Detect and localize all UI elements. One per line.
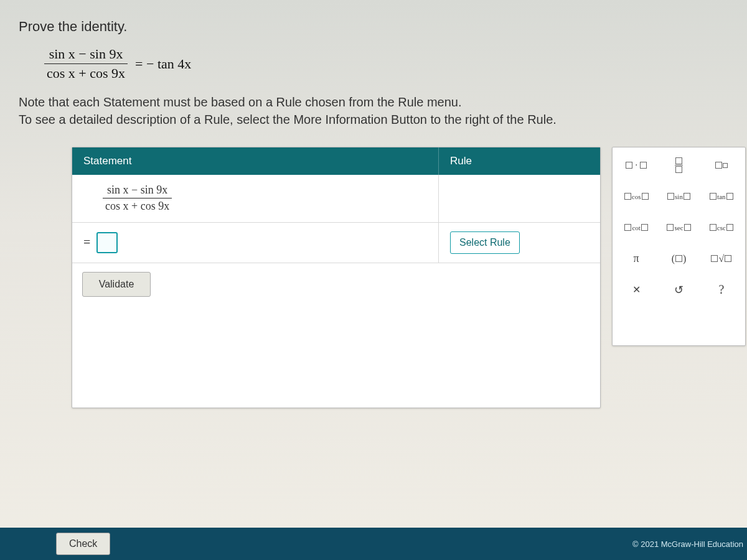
palette-pi[interactable]: π [618, 248, 655, 269]
palette-help[interactable]: ? [703, 279, 740, 301]
palette-sin[interactable]: sin [660, 186, 697, 207]
palette-fraction[interactable] [660, 155, 697, 176]
palette-cot[interactable]: cot [618, 217, 655, 238]
palette-tan[interactable]: tan [703, 186, 740, 207]
palette-sec[interactable]: sec [660, 217, 697, 238]
proof-panel: Statement Rule sin x − sin 9x cos x + co… [72, 147, 601, 408]
cot-label: cot [632, 224, 640, 231]
palette-multiply[interactable]: · [618, 155, 655, 176]
palette-sqrt[interactable]: √ [703, 248, 740, 269]
sin-label: sin [675, 193, 683, 200]
proof-row-input: = Select Rule [72, 223, 600, 263]
copyright-text: © 2021 McGraw-Hill Education [632, 539, 747, 549]
proof-row-1: sin x − sin 9x cos x + cos 9x [72, 175, 600, 223]
expression-input[interactable] [96, 232, 118, 253]
validate-button[interactable]: Validate [82, 272, 151, 297]
identity-equation: sin x − sin 9x cos x + cos 9x = − tan 4x [40, 46, 747, 82]
proof-header: Statement Rule [72, 147, 600, 175]
palette-csc[interactable]: csc [703, 217, 740, 238]
select-rule-button[interactable]: Select Rule [450, 231, 520, 254]
cos-label: cos [632, 193, 641, 200]
csc-label: csc [717, 224, 726, 231]
identity-numerator: sin x − sin 9x [47, 46, 126, 62]
tan-label: tan [717, 193, 725, 200]
header-statement: Statement [72, 147, 438, 175]
instruction-note: Note that each Statement must be based o… [19, 93, 747, 128]
equals-sign: = [83, 235, 90, 250]
stmt1-denominator: cos x + cos 9x [103, 200, 172, 213]
sec-label: sec [674, 224, 683, 231]
palette-parens[interactable]: () [660, 248, 697, 269]
note-line-2: To see a detailed description of a Rule,… [19, 113, 557, 126]
header-rule: Rule [438, 147, 600, 175]
check-button[interactable]: Check [56, 533, 110, 555]
identity-denominator: cos x + cos 9x [44, 65, 128, 82]
statement-1-expression: sin x − sin 9x cos x + cos 9x [99, 184, 427, 213]
symbol-palette: · cos sin tan cot sec csc π () √ ✕ ↺ ? [612, 147, 746, 346]
palette-undo[interactable]: ↺ [660, 279, 697, 301]
palette-clear[interactable]: ✕ [618, 279, 655, 301]
identity-rhs: = − tan 4x [135, 56, 191, 72]
prompt-title: Prove the identity. [19, 19, 747, 35]
note-line-1: Note that each Statement must be based o… [19, 95, 462, 109]
footer-bar: Check © 2021 McGraw-Hill Education [0, 528, 747, 560]
palette-cos[interactable]: cos [618, 186, 655, 207]
stmt1-numerator: sin x − sin 9x [105, 184, 170, 197]
palette-power[interactable] [703, 155, 740, 176]
